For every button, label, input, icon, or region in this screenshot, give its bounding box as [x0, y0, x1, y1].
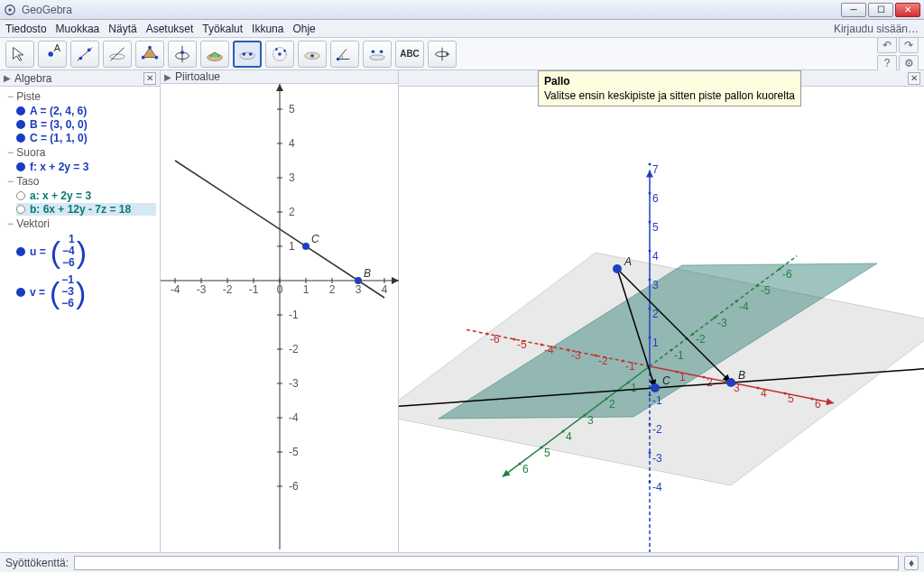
- menu-edit[interactable]: Muokkaa: [56, 23, 100, 35]
- settings-button[interactable]: ⚙: [899, 55, 919, 71]
- menu-view[interactable]: Näytä: [108, 23, 136, 35]
- svg-text:4: 4: [566, 430, 572, 443]
- menu-help[interactable]: Ohje: [292, 23, 315, 35]
- graphics2d-canvas[interactable]: -4-3-2-101234-6-5-4-3-2-1123456CB: [161, 84, 398, 552]
- svg-point-140: [649, 481, 651, 484]
- svg-text:C: C: [311, 233, 319, 245]
- svg-text:-1: -1: [249, 283, 259, 296]
- algebra-panel: ▶ Algebra ✕ Piste A = (2, 4, 6) B = (3, …: [0, 70, 161, 552]
- svg-point-156: [649, 221, 651, 224]
- svg-text:-4: -4: [544, 344, 554, 356]
- svg-point-7: [110, 54, 125, 60]
- svg-text:-5: -5: [517, 338, 527, 351]
- svg-point-152: [649, 279, 651, 281]
- svg-point-2: [48, 51, 53, 57]
- graphics3d-close-button[interactable]: ✕: [908, 72, 920, 85]
- vector-v-value: ( −1−3−6 ): [50, 274, 86, 309]
- tool-reflect[interactable]: [363, 41, 392, 68]
- redo-button[interactable]: ↷: [899, 37, 919, 53]
- graphics2d-header[interactable]: ▶ Piirtoalue: [161, 70, 398, 84]
- menu-file[interactable]: Tiedosto: [5, 23, 47, 35]
- svg-text:1: 1: [303, 283, 310, 296]
- svg-point-148: [649, 337, 651, 339]
- svg-text:-4: -4: [652, 481, 662, 494]
- graphics3d-canvas[interactable]: -6-5-4-3-2-1123456-6-5-4-3-2-1123456-4-3…: [399, 87, 924, 552]
- svg-text:5: 5: [544, 447, 550, 459]
- item-A[interactable]: A = (2, 4, 6): [16, 105, 156, 117]
- item-a[interactable]: a: x + 2y = 3: [16, 189, 156, 202]
- collapse-icon: ▶: [164, 72, 171, 82]
- svg-text:-4: -4: [171, 283, 180, 296]
- svg-point-92: [568, 349, 570, 352]
- graphics2d-title: Piirtoalue: [175, 70, 220, 83]
- graphics3d-panel: Pallo Valitse ensin keskipiste ja sitten…: [399, 70, 924, 552]
- svg-point-129: [584, 414, 587, 417]
- tool-circle-axis[interactable]: [168, 41, 197, 68]
- menu-window[interactable]: Ikkuna: [252, 23, 283, 35]
- menu-tools[interactable]: Työkalut: [202, 23, 243, 35]
- signin-link[interactable]: Kirjaudu sisään…: [834, 23, 919, 35]
- algebra-title: Algebra: [14, 72, 51, 85]
- vector-icon: [16, 247, 25, 256]
- help-button[interactable]: ?: [877, 55, 897, 71]
- svg-point-21: [278, 52, 282, 56]
- category-vektori[interactable]: Vektori: [7, 217, 156, 230]
- svg-marker-112: [503, 469, 511, 476]
- tool-text[interactable]: ABC: [395, 41, 424, 68]
- tool-intersect-surfaces[interactable]: [200, 41, 229, 68]
- line-icon: [16, 162, 25, 171]
- inputbar: Syöttökenttä: ♦: [0, 552, 924, 572]
- item-b[interactable]: b: 6x + 12y - 7z = 18: [16, 203, 156, 216]
- tool-polygon[interactable]: [135, 41, 164, 68]
- item-C[interactable]: C = (1, 1, 0): [16, 132, 156, 144]
- tool-rotate-view[interactable]: [428, 41, 457, 68]
- algebra-header[interactable]: ▶ Algebra ✕: [0, 70, 160, 87]
- svg-text:-3: -3: [652, 452, 662, 465]
- svg-text:2: 2: [707, 376, 713, 389]
- tool-plane-3points[interactable]: [298, 41, 327, 68]
- svg-text:-3: -3: [289, 377, 299, 390]
- item-v[interactable]: v = ( −1−3−6 ): [16, 274, 156, 309]
- svg-text:5: 5: [788, 392, 794, 405]
- item-f[interactable]: f: x + 2y = 3: [16, 161, 156, 173]
- category-piste[interactable]: Piste: [7, 90, 156, 103]
- svg-text:5: 5: [652, 221, 659, 234]
- svg-point-11: [155, 55, 159, 59]
- svg-point-86: [486, 333, 489, 336]
- svg-point-5: [79, 56, 83, 60]
- minimize-button[interactable]: ─: [841, 3, 866, 17]
- inputbar-help-button[interactable]: ♦: [904, 556, 919, 570]
- svg-text:-3: -3: [717, 317, 727, 329]
- point-icon: [16, 120, 25, 129]
- tool-sphere-radius[interactable]: [265, 41, 294, 68]
- item-u[interactable]: u = ( 1−4−6 ): [16, 234, 156, 269]
- item-B[interactable]: B = (3, 0, 0): [16, 118, 156, 131]
- svg-text:A: A: [54, 44, 61, 53]
- svg-text:-4: -4: [289, 411, 299, 424]
- undo-button[interactable]: ↶: [877, 37, 897, 53]
- tool-angle[interactable]: [330, 41, 359, 68]
- inputbar-input[interactable]: [74, 556, 899, 570]
- tool-tooltip: Pallo Valitse ensin keskipiste ja sitten…: [538, 70, 801, 106]
- category-suora[interactable]: Suora: [7, 146, 156, 159]
- tool-sphere[interactable]: [233, 41, 262, 68]
- collapse-icon: ▶: [4, 73, 11, 83]
- category-taso[interactable]: Taso: [7, 175, 156, 188]
- svg-text:-4: -4: [739, 300, 749, 313]
- close-button[interactable]: ✕: [895, 3, 920, 17]
- svg-point-22: [275, 48, 278, 51]
- maximize-button[interactable]: ☐: [868, 3, 893, 17]
- svg-text:-1: -1: [625, 360, 635, 373]
- svg-point-127: [605, 398, 608, 401]
- svg-point-23: [283, 49, 286, 51]
- svg-text:-2: -2: [223, 283, 233, 296]
- svg-text:-1: -1: [652, 394, 662, 407]
- svg-point-125: [627, 382, 630, 384]
- tool-point[interactable]: A: [38, 41, 67, 68]
- tool-perpendicular[interactable]: [103, 41, 132, 68]
- algebra-close-button[interactable]: ✕: [143, 72, 156, 85]
- tool-line[interactable]: [70, 41, 99, 68]
- menubar: Tiedosto Muokkaa Näytä Asetukset Työkalu…: [0, 20, 924, 38]
- menu-settings[interactable]: Asetukset: [146, 23, 194, 35]
- tool-move[interactable]: [5, 41, 34, 68]
